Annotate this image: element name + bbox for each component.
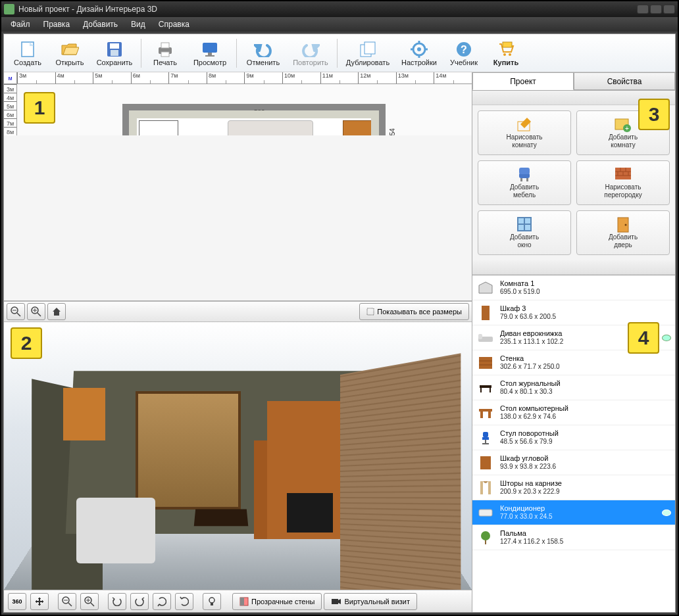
list-item[interactable]: Шкаф угловой93.9 x 93.8 x 223.6 (472, 450, 675, 475)
svg-rect-30 (367, 308, 374, 315)
tool-add-furniture[interactable]: Добавитьмебель (478, 160, 571, 205)
zoom-in-button[interactable] (27, 303, 45, 320)
svg-line-35 (91, 603, 94, 606)
object-icon (476, 479, 495, 497)
svg-rect-81 (488, 481, 491, 494)
list-item[interactable]: Стол журнальный80.4 x 80.1 x 30.3 (472, 375, 675, 400)
maximize-button[interactable] (650, 5, 662, 14)
add-room-icon: + (614, 116, 632, 132)
svg-rect-50 (526, 178, 528, 181)
furniture-sofa-top[interactable] (228, 120, 313, 135)
zoom-out-button[interactable] (7, 303, 25, 320)
object-icon (476, 404, 495, 422)
svg-rect-11 (365, 42, 375, 54)
view-3d[interactable]: 2 (4, 322, 472, 590)
list-item[interactable]: Стенка302.6 x 71.7 x 250.0 (472, 350, 675, 375)
zoom-in-3d-button[interactable] (80, 593, 99, 610)
list-item[interactable]: Пальма127.4 x 116.2 x 158.5 (472, 525, 675, 550)
tab-properties[interactable]: Свойства (574, 72, 675, 90)
view3d-controls: 360 Прозрачные стены (4, 590, 472, 612)
object-icon (476, 454, 495, 472)
tilt-up-button[interactable] (175, 593, 193, 610)
tv-3d[interactable] (287, 493, 333, 533)
list-item[interactable]: Стол компьютерный138.0 x 62.9 x 74.6 (472, 400, 675, 425)
eye-icon[interactable] (662, 335, 671, 341)
object-name: Шторы на карнизе (500, 479, 671, 488)
object-name: Шкаф 3 (500, 304, 671, 313)
inner-frame: Создать Открыть Сохранить Печать Просмот… (3, 34, 676, 613)
tool-draw-partition[interactable]: Нарисоватьперегородку (576, 160, 670, 205)
menu-add[interactable]: Добавить (76, 18, 124, 31)
menu-file[interactable]: Файл (4, 18, 37, 31)
duplicate-button[interactable]: Дублировать (341, 36, 394, 71)
menu-help[interactable]: Справка (152, 18, 196, 31)
svg-rect-62 (618, 218, 628, 232)
list-item[interactable]: Кондиционер77.0 x 33.0 x 24.5 (472, 500, 675, 525)
object-name: Кондиционер (500, 504, 662, 513)
close-button[interactable] (663, 5, 675, 14)
svg-point-13 (417, 47, 421, 51)
light-button[interactable] (203, 593, 221, 610)
list-item[interactable]: Шторы на карнизе200.9 x 20.3 x 222.9 (472, 475, 675, 500)
svg-rect-64 (482, 306, 490, 320)
tab-project[interactable]: Проект (472, 72, 574, 90)
redo-button[interactable]: Повторить (288, 36, 333, 71)
sofa-3d[interactable] (76, 498, 155, 563)
transparent-walls-button[interactable]: Прозрачные стены (232, 593, 322, 610)
preview-button[interactable]: Просмотр (188, 36, 232, 71)
titlebar[interactable]: Новый проект - Дизайн Интерьера 3D (1, 1, 678, 17)
menu-edit[interactable]: Правка (37, 18, 77, 31)
tool-add-door[interactable]: Добавитьдверь (576, 210, 670, 255)
plan-canvas[interactable]: 32,52 582 489 95 665 347 см 154 159 65 с… (17, 84, 472, 135)
new-file-icon (18, 40, 38, 59)
buy-button[interactable]: Купить (486, 36, 526, 71)
wardrobe-3d[interactable] (63, 388, 105, 440)
list-item[interactable]: Комната 1695.0 x 519.0 (472, 275, 675, 300)
svg-rect-73 (480, 412, 483, 418)
main-toolbar: Создать Открыть Сохранить Печать Просмот… (4, 34, 675, 72)
furniture-wardrobe[interactable] (343, 120, 376, 135)
curtains-3d[interactable] (136, 391, 241, 509)
object-name: Стенка (500, 354, 671, 363)
virtual-visit-button[interactable]: Виртуальный визит (324, 593, 417, 610)
object-name: Стол журнальный (500, 379, 671, 388)
help-icon: ? (454, 40, 474, 59)
ruler-vertical: 3м4м5м6м7м8м (4, 84, 17, 135)
rotate-360-button[interactable]: 360 (8, 593, 26, 610)
pan-button[interactable] (30, 593, 49, 610)
menu-view[interactable]: Вид (124, 18, 152, 31)
object-dim: 695.0 x 519.0 (500, 288, 671, 296)
minimize-button[interactable] (637, 5, 649, 14)
list-item[interactable]: Стул поворотный48.5 x 56.6 x 79.9 (472, 425, 675, 450)
svg-text:?: ? (461, 44, 467, 55)
eye-icon[interactable] (662, 509, 671, 516)
app-icon (4, 4, 14, 14)
svg-rect-8 (208, 53, 212, 55)
home-button[interactable] (47, 303, 66, 320)
svg-text:+: + (625, 125, 629, 132)
create-button[interactable]: Создать (8, 36, 47, 71)
rotate-right-button[interactable] (130, 593, 149, 610)
svg-rect-41 (240, 598, 244, 605)
room-outline[interactable]: 32,52 582 489 95 665 (122, 104, 386, 135)
tool-add-window[interactable]: Добавитьокно (478, 210, 571, 255)
tilt-down-button[interactable] (153, 593, 171, 610)
zoom-out-3d-button[interactable] (58, 593, 76, 610)
object-dim: 200.9 x 20.3 x 222.9 (500, 488, 671, 496)
undo-button[interactable]: Отменить (241, 36, 286, 71)
svg-rect-75 (483, 432, 488, 437)
furniture-wardrobe[interactable] (139, 120, 178, 135)
manual-button[interactable]: ? Учебник (444, 36, 484, 71)
tool-draw-room[interactable]: Нарисоватькомнату (478, 110, 571, 155)
object-dim: 77.0 x 33.0 x 24.5 (500, 513, 662, 521)
dim-label: 154 (389, 128, 396, 135)
open-button[interactable]: Открыть (50, 36, 89, 71)
plan-controls: Показывать все размеры (4, 301, 472, 322)
print-button[interactable]: Печать (145, 36, 185, 71)
settings-button[interactable]: Настройки (397, 36, 441, 71)
coffee-table-3d[interactable] (194, 509, 249, 527)
svg-rect-74 (488, 412, 491, 418)
save-button[interactable]: Сохранить (92, 36, 137, 71)
show-dimensions-button[interactable]: Показывать все размеры (359, 303, 469, 320)
rotate-left-button[interactable] (108, 593, 126, 610)
